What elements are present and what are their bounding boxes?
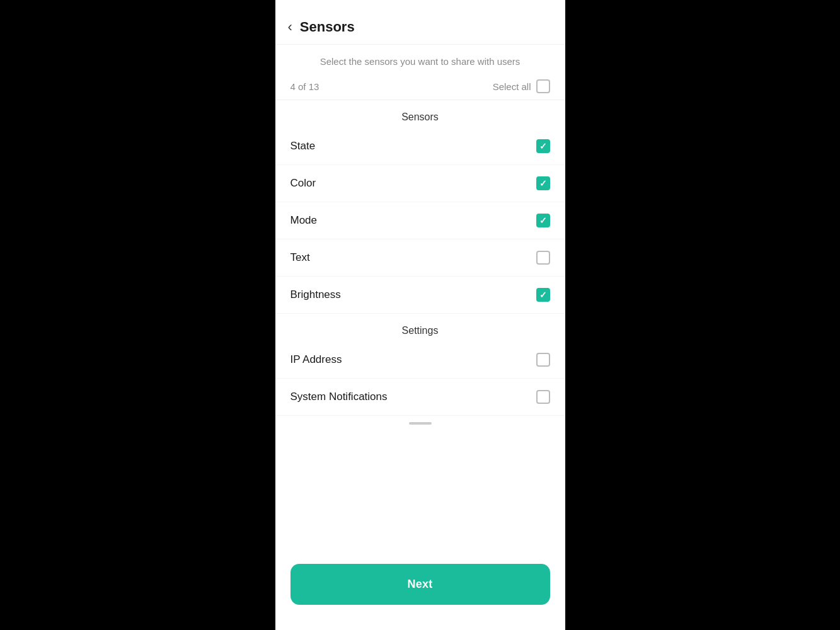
sensor-label-0-1: Color xyxy=(291,177,316,190)
select-all-checkbox[interactable] xyxy=(536,79,550,93)
sensor-label-0-3: Text xyxy=(291,251,310,264)
sensor-row-1-1: System Notifications xyxy=(275,379,565,416)
sensor-checkbox-1-1[interactable] xyxy=(536,390,550,404)
scroll-indicator xyxy=(275,416,565,427)
sensor-label-1-0: IP Address xyxy=(291,353,342,366)
sensor-label-0-0: State xyxy=(291,140,316,152)
sensor-checkbox-0-2[interactable] xyxy=(536,214,550,227)
phone-panel: ‹ Sensors Select the sensors you want to… xyxy=(275,0,565,630)
scroll-content: Select the sensors you want to share wit… xyxy=(275,45,565,554)
sensor-checkbox-0-4[interactable] xyxy=(536,288,550,302)
back-icon: ‹ xyxy=(288,20,292,34)
sensor-checkbox-0-1[interactable] xyxy=(536,176,550,190)
sensor-row-0-3: Text xyxy=(275,239,565,277)
sensor-checkbox-1-0[interactable] xyxy=(536,353,550,367)
sensor-row-0-2: Mode xyxy=(275,202,565,239)
sensor-row-0-4: Brightness xyxy=(275,277,565,314)
sensor-row-1-0: IP Address xyxy=(275,341,565,379)
section-heading-1: Settings xyxy=(275,314,565,341)
header: ‹ Sensors xyxy=(275,0,565,45)
sections-container: SensorsStateColorModeTextBrightnessSetti… xyxy=(275,100,565,416)
sensor-label-0-2: Mode xyxy=(291,214,318,227)
select-all-label: Select all xyxy=(493,81,531,92)
scroll-bar xyxy=(409,422,432,425)
back-button[interactable]: ‹ xyxy=(285,18,297,37)
section-heading-0: Sensors xyxy=(275,100,565,128)
select-all-row: Select all xyxy=(493,79,550,93)
sensor-label-1-1: System Notifications xyxy=(291,391,388,403)
sensor-checkbox-0-3[interactable] xyxy=(536,251,550,265)
page-title: Sensors xyxy=(300,19,355,35)
count-row: 4 of 13 Select all xyxy=(275,73,565,100)
sensor-checkbox-0-0[interactable] xyxy=(536,139,550,153)
subtitle-text: Select the sensors you want to share wit… xyxy=(275,45,565,73)
sensor-row-0-1: Color xyxy=(275,165,565,202)
bottom-area: Next xyxy=(275,554,565,630)
next-button[interactable]: Next xyxy=(291,564,550,605)
sensor-row-0-0: State xyxy=(275,128,565,165)
sensor-label-0-4: Brightness xyxy=(291,289,341,301)
count-text: 4 of 13 xyxy=(291,81,319,92)
